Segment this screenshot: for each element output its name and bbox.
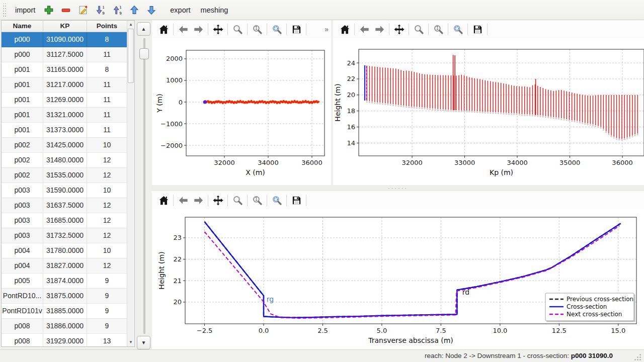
section-up-button[interactable]: ▲ xyxy=(137,22,150,36)
cell-kp[interactable]: 31685.0000 xyxy=(43,213,87,228)
cell-points[interactable]: 10 xyxy=(87,183,127,198)
plan-view-plot[interactable]: 320003400036000−2000−1000010002000X (m)Y… xyxy=(152,38,331,185)
table-scrollbar-thumb[interactable] xyxy=(128,29,134,83)
cell-name[interactable]: p000 xyxy=(2,32,43,47)
move-up-button[interactable] xyxy=(128,4,140,16)
cell-kp[interactable]: 31874.0000 xyxy=(43,274,87,288)
back-button[interactable] xyxy=(357,22,372,36)
cell-name[interactable]: p002 xyxy=(2,153,43,167)
cell-kp[interactable]: 31090.0000 xyxy=(43,32,87,47)
table-row[interactable]: p00531874.00009 xyxy=(2,274,127,289)
cell-kp[interactable]: 31827.0000 xyxy=(43,258,87,273)
sort-ascending-button[interactable]: 19 xyxy=(111,4,123,16)
cell-points[interactable]: 9 xyxy=(87,304,127,318)
resize-grip-icon[interactable] xyxy=(639,354,641,355)
cell-name[interactable]: p000 xyxy=(2,47,43,62)
cell-kp[interactable]: 31780.0000 xyxy=(43,243,87,258)
cell-points[interactable]: 12 xyxy=(87,258,127,273)
cell-kp[interactable]: 31165.0000 xyxy=(43,62,87,77)
back-button[interactable] xyxy=(176,22,191,36)
cell-name[interactable]: p008 xyxy=(2,319,43,333)
cell-name[interactable]: PontRD10... xyxy=(2,289,43,303)
save-button[interactable] xyxy=(470,22,485,36)
zoom-button[interactable] xyxy=(411,22,426,36)
zoom-button[interactable] xyxy=(230,193,245,207)
zoom-one-button[interactable]: 1 xyxy=(250,22,265,36)
home-button[interactable] xyxy=(337,22,352,36)
sort-descending-button[interactable]: 19 xyxy=(94,4,106,16)
table-row[interactable]: p00431827.000012 xyxy=(2,258,127,274)
home-button[interactable] xyxy=(156,22,171,36)
cell-kp[interactable]: 31127.5000 xyxy=(43,47,87,62)
zoom-fit-button[interactable] xyxy=(269,22,284,36)
home-button[interactable] xyxy=(156,193,171,207)
cell-points[interactable]: 9 xyxy=(87,274,127,288)
table-row[interactable]: PontRD10...31875.00009 xyxy=(2,289,127,304)
table-row[interactable]: p00131217.000011 xyxy=(2,77,127,93)
save-button[interactable] xyxy=(289,22,304,36)
zoom-fit-button[interactable] xyxy=(269,193,284,207)
cell-kp[interactable]: 31321.0000 xyxy=(43,108,87,122)
cell-name[interactable]: PontRD101v xyxy=(2,304,43,318)
back-button[interactable] xyxy=(176,193,191,207)
cell-kp[interactable]: 31637.5000 xyxy=(43,198,87,213)
column-header-name[interactable]: Name xyxy=(2,21,43,32)
cell-points[interactable]: 8 xyxy=(87,32,127,47)
table-row[interactable]: p00831929.000013 xyxy=(2,334,127,347)
cell-points[interactable]: 10 xyxy=(87,138,127,152)
table-row[interactable]: p00231480.000012 xyxy=(2,153,127,168)
save-button[interactable] xyxy=(289,193,304,207)
cell-points[interactable]: 11 xyxy=(87,108,127,122)
cell-name[interactable]: p001 xyxy=(2,93,43,107)
cell-name[interactable]: p003 xyxy=(2,228,43,243)
cell-name[interactable]: p004 xyxy=(2,243,43,258)
zoom-one-button[interactable]: 1 xyxy=(431,22,446,36)
cell-points[interactable]: 12 xyxy=(87,168,127,183)
table-row[interactable]: p00031090.00008 xyxy=(2,32,127,47)
table-row[interactable]: p00331637.500012 xyxy=(2,198,127,213)
section-slider-handle[interactable] xyxy=(139,48,149,59)
cell-kp[interactable]: 31425.0000 xyxy=(43,138,87,152)
cell-points[interactable]: 11 xyxy=(87,47,127,62)
table-row[interactable]: p00331685.000012 xyxy=(2,213,127,228)
cell-kp[interactable]: 31217.0000 xyxy=(43,77,87,92)
cell-name[interactable]: p003 xyxy=(2,213,43,228)
column-header-kp[interactable]: KP xyxy=(43,21,87,32)
cell-points[interactable]: 12 xyxy=(87,213,127,228)
cell-kp[interactable]: 31373.0000 xyxy=(43,123,87,137)
cell-name[interactable]: p004 xyxy=(2,258,43,273)
move-down-button[interactable] xyxy=(145,4,157,16)
table-row[interactable]: p00431780.000010 xyxy=(2,243,127,258)
toolbar-overflow-button[interactable]: » xyxy=(325,25,328,33)
cell-points[interactable]: 8 xyxy=(87,62,127,77)
table-row[interactable]: p00031127.500011 xyxy=(2,47,127,62)
cell-name[interactable]: p001 xyxy=(2,77,43,92)
section-slider-track[interactable] xyxy=(143,38,145,334)
long-profile-plot[interactable]: 3200033000340003500036000141618202224Kp … xyxy=(333,38,644,185)
export-button[interactable]: export xyxy=(165,3,195,17)
cell-kp[interactable]: 31929.0000 xyxy=(43,334,87,347)
cell-points[interactable]: 12 xyxy=(87,153,127,167)
cell-name[interactable]: p003 xyxy=(2,183,43,198)
forward-button[interactable] xyxy=(372,22,387,36)
table-row[interactable]: p00131373.000011 xyxy=(2,123,127,138)
edit-button[interactable] xyxy=(77,4,89,16)
cell-kp[interactable]: 31886.0000 xyxy=(43,319,87,333)
cross-section-plot[interactable]: −2.50.02.55.07.510.012.515.020212223Tran… xyxy=(152,209,644,350)
cell-kp[interactable]: 31732.5000 xyxy=(43,228,87,243)
cell-name[interactable]: p003 xyxy=(2,198,43,213)
cell-points[interactable]: 10 xyxy=(87,243,127,258)
table-row[interactable]: p00231535.000012 xyxy=(2,168,127,183)
column-header-points[interactable]: Points xyxy=(87,21,127,32)
table-row[interactable]: p00131321.000011 xyxy=(2,108,127,123)
zoom-one-button[interactable]: 1 xyxy=(250,193,265,207)
table-row[interactable]: p00131269.000011 xyxy=(2,93,127,108)
cell-kp[interactable]: 31590.0000 xyxy=(43,183,87,198)
cell-points[interactable]: 12 xyxy=(87,228,127,243)
remove-button[interactable] xyxy=(60,4,72,16)
cell-points[interactable]: 12 xyxy=(87,198,127,213)
cell-name[interactable]: p002 xyxy=(2,168,43,183)
cell-kp[interactable]: 31875.0000 xyxy=(43,289,87,303)
table-row[interactable]: PontRD101v31885.00009 xyxy=(2,304,127,319)
cell-name[interactable]: p001 xyxy=(2,108,43,122)
